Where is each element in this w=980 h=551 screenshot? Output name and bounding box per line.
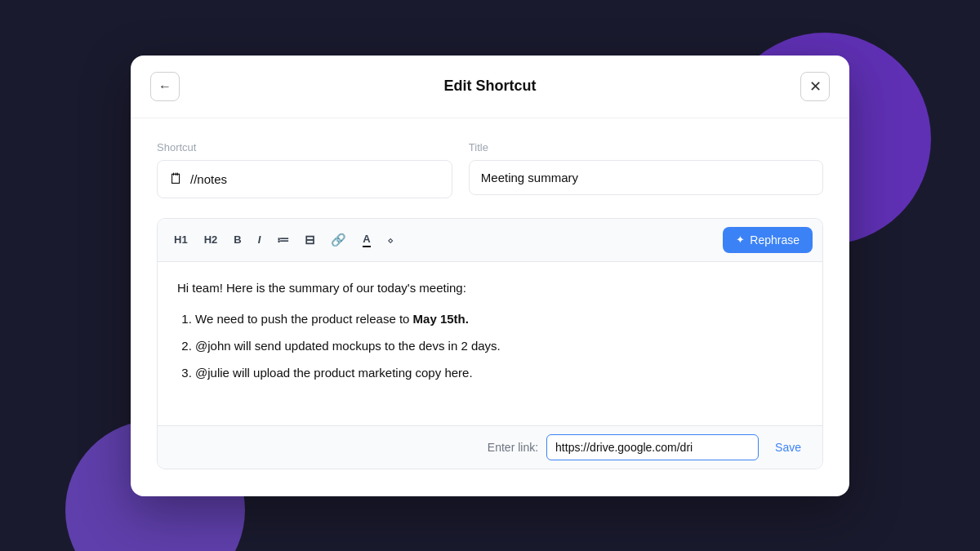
ul-icon: ≔ — [277, 233, 288, 247]
shortcut-input[interactable] — [190, 172, 440, 186]
link-popup: Enter link: Save — [158, 425, 822, 469]
close-button[interactable]: ✕ — [800, 72, 830, 101]
editor-intro: Hi team! Here is the summary of our toda… — [177, 278, 803, 299]
title-input-wrapper — [469, 160, 823, 195]
modal-body: Shortcut 🗒 Title H1 H2 B I — [131, 118, 849, 495]
ordered-list-button[interactable]: ⊟ — [298, 229, 321, 251]
shortcut-input-wrapper: 🗒 — [157, 160, 452, 198]
bold-button[interactable]: B — [227, 229, 247, 250]
editor-toolbar: H1 H2 B I ≔ ⊟ 🔗 A ⬦ — [158, 219, 822, 262]
fill-icon: ⬦ — [387, 233, 394, 246]
link-save-button[interactable]: Save — [767, 435, 809, 460]
list-item: @julie will upload the product marketing… — [195, 363, 803, 384]
text-color-button[interactable]: A — [356, 229, 376, 251]
fields-row: Shortcut 🗒 Title — [157, 141, 823, 198]
title-field-group: Title — [469, 141, 823, 198]
edit-shortcut-modal: ← Edit Shortcut ✕ Shortcut 🗒 Title — [131, 56, 849, 496]
list-item: @john will send updated mockups to the d… — [195, 336, 803, 357]
title-input[interactable] — [481, 171, 811, 184]
link-label: Enter link: — [488, 441, 538, 454]
unordered-list-button[interactable]: ≔ — [270, 229, 295, 251]
link-icon: 🔗 — [331, 233, 346, 247]
notes-icon: 🗒 — [169, 171, 184, 188]
italic-button[interactable]: I — [252, 229, 268, 250]
editor-container: H1 H2 B I ≔ ⊟ 🔗 A ⬦ — [157, 218, 823, 469]
rephrase-label: Rephrase — [750, 233, 800, 247]
list-item: We need to push the product release to M… — [195, 309, 803, 330]
h1-button[interactable]: H1 — [167, 229, 194, 250]
editor-content[interactable]: Hi team! Here is the summary of our toda… — [158, 262, 822, 425]
shortcut-label: Shortcut — [157, 141, 452, 153]
link-input[interactable] — [546, 434, 759, 460]
bold-date: May 15th. — [413, 312, 469, 326]
fill-button[interactable]: ⬦ — [381, 229, 400, 250]
shortcut-field-group: Shortcut 🗒 — [157, 141, 452, 198]
text-color-icon: A — [363, 233, 370, 247]
link-button[interactable]: 🔗 — [324, 229, 353, 251]
rephrase-button[interactable]: ✦ Rephrase — [723, 227, 813, 253]
editor-list: We need to push the product release to M… — [177, 309, 803, 383]
h2-button[interactable]: H2 — [198, 229, 225, 250]
rephrase-icon: ✦ — [736, 233, 745, 246]
ol-icon: ⊟ — [305, 233, 314, 247]
back-button[interactable]: ← — [150, 72, 180, 101]
modal-title: Edit Shortcut — [444, 78, 537, 95]
title-label: Title — [469, 141, 823, 153]
modal-header: ← Edit Shortcut ✕ — [131, 56, 849, 118]
